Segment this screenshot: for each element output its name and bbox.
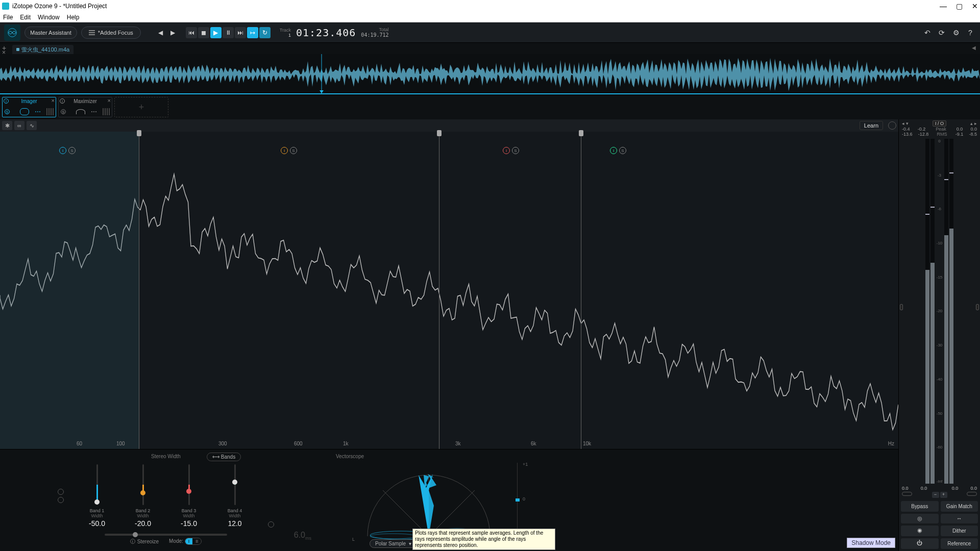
history-button[interactable]: ⟳ bbox=[936, 27, 947, 38]
file-icon bbox=[16, 48, 19, 51]
band-divider-2[interactable] bbox=[439, 132, 439, 449]
solo-icon[interactable]: S bbox=[61, 109, 66, 114]
meter-out-chevron-icon[interactable]: ▴ ▸ bbox=[970, 121, 977, 126]
gain-plus-button[interactable]: + bbox=[940, 492, 947, 498]
module-imager[interactable]: I Imager × S ⋯ bbox=[2, 97, 56, 117]
minimize-button[interactable]: — bbox=[940, 2, 947, 10]
band2-icons[interactable]: IS bbox=[281, 147, 298, 154]
io-meters-panel: ◂ ▾ I / O ▴ ▸ -0.4-0.2Peak0.00.0 -13.6-1… bbox=[898, 119, 980, 551]
module-menu-icon[interactable]: ⋯ bbox=[91, 108, 97, 115]
band4-icons[interactable]: IS bbox=[610, 147, 627, 154]
tooltip: Plots rays that represent sample average… bbox=[412, 529, 555, 550]
polar-sample-button[interactable]: Polar Sample ▾ bbox=[370, 539, 417, 548]
frequency-labels: 60 100 300 600 1k 3k 6k 10k Hz bbox=[0, 441, 898, 448]
menu-file[interactable]: File bbox=[3, 14, 13, 21]
track-meta: Track 1 bbox=[280, 28, 291, 38]
link-toggles-right[interactable] bbox=[268, 464, 274, 528]
bypass-button[interactable]: Bypass bbox=[901, 501, 939, 512]
editor-toolbar: ✱ ∞ ∿ Learn bbox=[0, 119, 898, 132]
skip-forward-button[interactable]: ⏭ bbox=[235, 27, 246, 38]
help-button[interactable]: ? bbox=[965, 27, 976, 38]
gain-match-button[interactable]: Gain Match bbox=[941, 501, 978, 512]
tool-link-button[interactable]: ∞ bbox=[14, 121, 24, 130]
skip-back-button[interactable]: ⏮ bbox=[186, 27, 197, 38]
spectrum-analyzer[interactable]: IS IS IS IS 60 100 300 600 1k 3k 6k 10k … bbox=[0, 132, 898, 449]
reference-power-icon[interactable]: ⏻ bbox=[901, 538, 939, 549]
learn-button[interactable]: Learn bbox=[860, 121, 883, 130]
tab-chevron-icon[interactable]: ◀ bbox=[972, 45, 976, 51]
app-logo-icon bbox=[2, 3, 9, 10]
file-tab[interactable]: 萤火虫_44100.m4a bbox=[12, 45, 74, 54]
stop-button[interactable]: ◼ bbox=[198, 27, 209, 38]
toolbar-right: ↶ ⟳ ⚙ ? bbox=[922, 27, 976, 38]
undo-button[interactable]: ↶ bbox=[922, 27, 933, 38]
main-toolbar: Master Assistant *Added Focus ◀ ▶ ⏮ ◼ ▶ … bbox=[0, 22, 980, 43]
menu-window[interactable]: Window bbox=[38, 14, 60, 21]
menu-edit[interactable]: Edit bbox=[20, 14, 31, 21]
band4-slider[interactable]: Band 4Width12.0 bbox=[222, 464, 248, 528]
power-icon[interactable]: I bbox=[60, 98, 65, 104]
module-maximizer[interactable]: I Maximizer × S ⋯ bbox=[58, 97, 112, 117]
mode-label: Mode: bbox=[169, 538, 183, 544]
sum-mono-button[interactable]: ◎ bbox=[901, 514, 939, 523]
power-icon[interactable]: I bbox=[130, 539, 135, 544]
waveform-overview[interactable]: (function(){ let p="M0 40 ";let y=40; fo… bbox=[0, 54, 980, 95]
menu-help[interactable]: Help bbox=[67, 14, 80, 21]
window-title: iZotope Ozone 9 - *Untitled Project bbox=[12, 3, 107, 10]
io-badge[interactable]: I / O bbox=[933, 120, 946, 127]
output-gain-handle[interactable] bbox=[976, 304, 979, 310]
correlation-meter bbox=[516, 463, 520, 534]
menu-bar: File Edit Window Help bbox=[0, 12, 980, 22]
target-icon[interactable] bbox=[888, 121, 896, 130]
bands-toggle-button[interactable]: ⟷ Bands bbox=[207, 453, 241, 461]
tool-curve-button[interactable]: ∿ bbox=[27, 121, 37, 130]
play-button[interactable]: ▶ bbox=[210, 27, 222, 38]
link-out-icon[interactable] bbox=[967, 492, 977, 496]
power-icon[interactable]: I bbox=[4, 98, 9, 104]
mode-switch[interactable]: III bbox=[185, 538, 202, 545]
delay-slider[interactable] bbox=[105, 534, 227, 536]
band3-slider[interactable]: Band 3Width-15.0 bbox=[176, 464, 202, 528]
loop-section-button[interactable]: ↦ bbox=[247, 27, 258, 38]
gain-minus-button[interactable]: − bbox=[932, 492, 939, 498]
reference-button[interactable]: Reference bbox=[941, 538, 978, 549]
time-display: Track 1 01:23.406 Total 04:19.712 bbox=[280, 27, 389, 39]
stereoize-label: Stereoize bbox=[137, 539, 159, 544]
vectorscope-title: Vectorscope bbox=[336, 454, 894, 459]
ozone-logo-icon bbox=[4, 24, 20, 41]
module-meter-icon bbox=[46, 108, 54, 115]
codec-button[interactable]: ◉ bbox=[901, 525, 939, 536]
module-chain: I Imager × S ⋯ I Maximizer × S ⋯ + bbox=[0, 95, 980, 119]
close-icon[interactable]: × bbox=[52, 97, 55, 104]
settings-button[interactable]: ⚙ bbox=[950, 27, 962, 38]
swap-channels-button[interactable]: ↔ bbox=[941, 514, 978, 523]
band-divider-3[interactable] bbox=[581, 132, 581, 449]
tool-crosshair-button[interactable]: ✱ bbox=[2, 121, 12, 130]
link-in-icon[interactable] bbox=[902, 492, 912, 496]
stereo-width-panel: Stereo Width ⟷ Bands Band 1Width-50.0 Ba… bbox=[0, 449, 332, 551]
shadow-mode-badge: Shadow Mode bbox=[847, 538, 895, 548]
dither-button[interactable]: Dither bbox=[941, 525, 978, 536]
maximize-button[interactable]: ▢ bbox=[956, 2, 963, 10]
loop-button[interactable]: ↻ bbox=[259, 27, 271, 38]
close-button[interactable]: ✕ bbox=[972, 2, 978, 10]
master-assistant-button[interactable]: Master Assistant bbox=[24, 27, 77, 39]
close-icon[interactable]: × bbox=[108, 97, 111, 104]
input-gain-handle[interactable] bbox=[900, 304, 903, 310]
level-meters: 0-3-6-10-15-20-30-40-50-60-Inf bbox=[899, 137, 980, 486]
band3-icons[interactable]: IS bbox=[503, 147, 520, 154]
band2-slider[interactable]: Band 2Width-20.0 bbox=[130, 464, 156, 528]
prev-track-button[interactable]: ◀ bbox=[155, 27, 166, 38]
add-module-button[interactable]: + bbox=[114, 97, 168, 117]
band-divider-1[interactable] bbox=[139, 132, 139, 449]
module-menu-icon[interactable]: ⋯ bbox=[35, 108, 41, 115]
pause-button[interactable]: ⏸ bbox=[223, 27, 234, 38]
meter-in-chevron-icon[interactable]: ◂ ▾ bbox=[902, 121, 909, 126]
preset-selector[interactable]: *Added Focus bbox=[81, 27, 141, 39]
next-track-button[interactable]: ▶ bbox=[167, 27, 179, 38]
window-titlebar: iZotope Ozone 9 - *Untitled Project — ▢ … bbox=[0, 0, 980, 12]
band1-icons[interactable]: IS bbox=[59, 147, 77, 154]
link-toggles-left[interactable] bbox=[58, 464, 64, 528]
solo-icon[interactable]: S bbox=[5, 109, 10, 114]
band1-slider[interactable]: Band 1Width-50.0 bbox=[84, 464, 110, 528]
